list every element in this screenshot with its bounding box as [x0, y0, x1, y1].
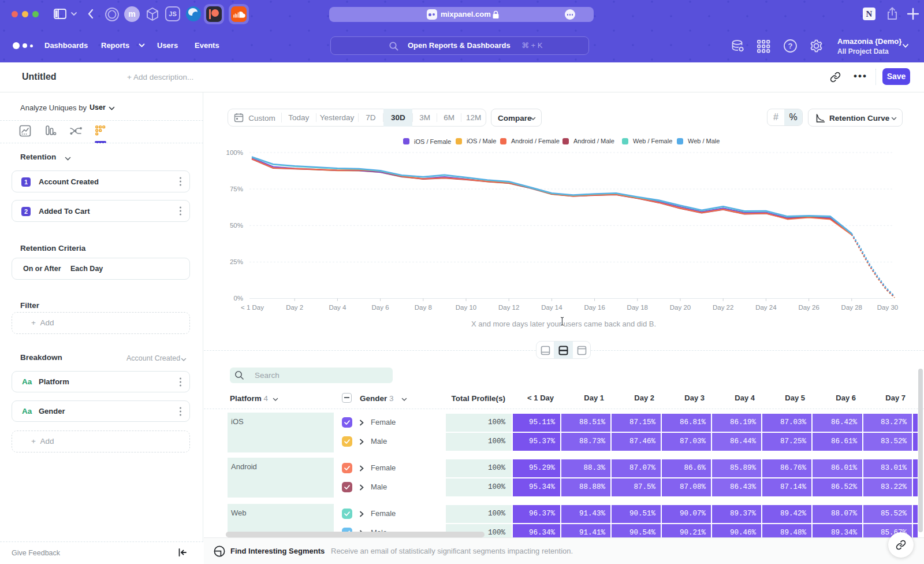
svg-text:?: ? — [788, 42, 793, 50]
